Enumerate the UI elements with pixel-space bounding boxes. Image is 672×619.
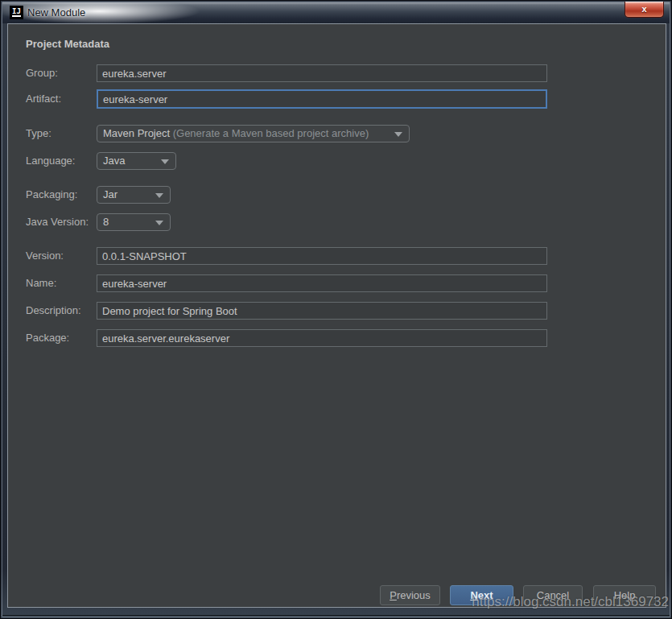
name-input[interactable] — [97, 274, 547, 292]
intellij-logo-icon: IJ — [10, 6, 23, 19]
packaging-select[interactable]: Jar — [97, 186, 171, 204]
description-label: Description: — [26, 302, 81, 320]
window-title: New Module — [27, 6, 85, 19]
packaging-select-value: Jar — [103, 188, 117, 200]
version-label: Version: — [26, 247, 64, 265]
artifact-input[interactable] — [97, 89, 547, 109]
previous-button[interactable]: Previous — [380, 585, 440, 605]
name-label: Name: — [26, 274, 56, 292]
description-input[interactable] — [97, 302, 547, 320]
type-select-hint: (Generate a Maven based project archive) — [173, 127, 369, 139]
java-version-select[interactable]: 8 — [97, 213, 171, 231]
package-input[interactable] — [97, 329, 547, 347]
section-heading: Project Metadata — [26, 38, 109, 50]
help-button[interactable]: Help — [593, 585, 656, 605]
next-button[interactable]: Next — [450, 585, 513, 605]
new-module-dialog: IJ New Module x Project Metadata Group: … — [0, 0, 672, 619]
group-label: Group: — [26, 64, 58, 82]
java-version-select-value: 8 — [103, 216, 109, 228]
dialog-content: Project Metadata Group: Artifact: Type: … — [7, 23, 666, 608]
group-input[interactable] — [97, 64, 547, 82]
language-label: Language: — [26, 152, 75, 170]
language-select[interactable]: Java — [97, 152, 176, 170]
title-bar[interactable]: IJ New Module x — [2, 2, 670, 23]
close-icon[interactable]: x — [625, 2, 664, 18]
java-version-label: Java Version: — [26, 213, 89, 231]
package-label: Package: — [26, 329, 69, 347]
packaging-label: Packaging: — [26, 186, 77, 204]
version-input[interactable] — [97, 247, 547, 265]
type-select-value: Maven Project — [103, 127, 173, 139]
artifact-label: Artifact: — [26, 90, 61, 108]
type-label: Type: — [26, 125, 52, 142]
type-select[interactable]: Maven Project (Generate a Maven based pr… — [97, 125, 410, 142]
language-select-value: Java — [103, 155, 125, 167]
cancel-button[interactable]: Cancel — [523, 585, 583, 605]
